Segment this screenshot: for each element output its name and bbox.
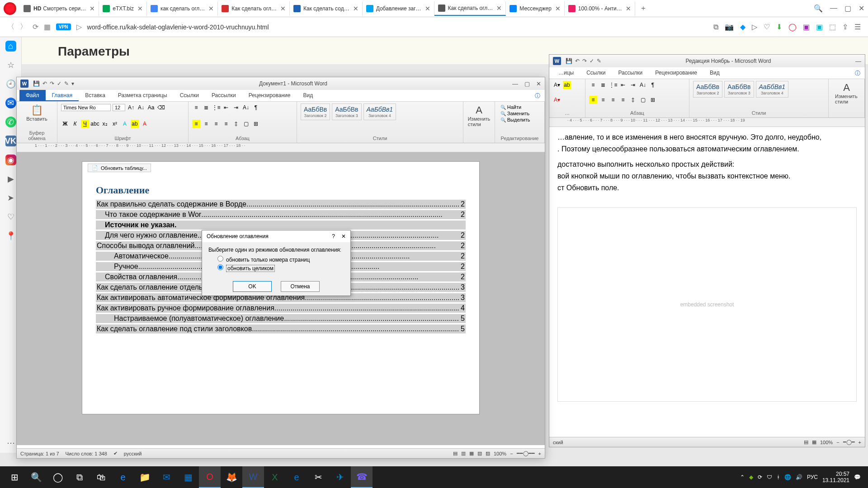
history-icon[interactable]: 🕘 [5, 79, 16, 89]
word2-tab[interactable]: Вид [703, 67, 726, 79]
shield-icon[interactable]: ◆ [740, 23, 745, 31]
underline-icon[interactable]: Ч [81, 120, 89, 128]
back-button[interactable]: 〈 [7, 22, 14, 32]
style-gallery-item[interactable]: АаБбВвЗаголовок 2 [301, 103, 330, 120]
ribbon-tab[interactable]: Вставка [79, 90, 112, 101]
forward-button[interactable]: 〉 [20, 22, 27, 32]
select-button[interactable]: Выделить [500, 117, 539, 122]
heart-icon[interactable]: ♡ [764, 23, 770, 31]
vk-icon[interactable]: VK [5, 136, 16, 146]
browser-tab[interactable]: HDСмотреть сери…✕ [20, 1, 99, 16]
browser-tab[interactable]: Как сделать огл…✕ [434, 1, 506, 16]
view-print-icon[interactable]: ▤ [453, 450, 458, 456]
align-left-icon[interactable]: ≡ [192, 120, 200, 128]
indent-inc-icon[interactable]: ⇥ [232, 103, 240, 112]
sort-icon[interactable]: A↓ [639, 81, 647, 89]
font-name-input[interactable]: Times New Ro [61, 104, 111, 111]
sort-icon[interactable]: A↓ [242, 103, 250, 112]
font-color-icon[interactable]: A▾ [553, 81, 561, 89]
find-button[interactable]: Найти [500, 104, 539, 110]
multilevel-icon[interactable]: ⋮≡ [609, 81, 617, 89]
zoom-in-icon[interactable]: + [859, 440, 861, 445]
toc-entry[interactable]: Источник не указан. [96, 221, 466, 230]
highlight-icon[interactable]: ab [563, 81, 571, 89]
toc-entry[interactable]: Что такое содержание в Wor..............… [96, 210, 466, 219]
address-bar[interactable]: word-office.ru/kak-sdelat-oglavlenie-v-w… [87, 23, 708, 31]
view-web-icon[interactable]: ▦ [812, 439, 816, 445]
window-maximize-icon[interactable]: ▢ [844, 4, 851, 13]
mail-icon[interactable]: ✉ [156, 466, 177, 488]
status-words[interactable]: Число слов: 1 348 [66, 451, 107, 456]
browser-tab[interactable]: как сделать огл…✕ [147, 1, 218, 16]
tray-security-icon[interactable]: 🛡 [767, 474, 772, 480]
tab-close-icon[interactable]: ✕ [555, 5, 561, 12]
word2-tab[interactable]: Рассылки [612, 67, 649, 79]
indent-dec-icon[interactable]: ⇤ [619, 81, 627, 89]
indent-inc-icon[interactable]: ⇥ [629, 81, 637, 89]
zoom-out-icon[interactable]: − [836, 440, 839, 445]
opera-ext-icon[interactable]: ◯ [788, 23, 797, 31]
change-case-icon[interactable]: Aa [147, 103, 155, 112]
reload-button[interactable]: ⟳ [33, 23, 38, 31]
numbering-icon[interactable]: ≣ [599, 81, 607, 89]
tab-close-icon[interactable]: ✕ [425, 5, 430, 12]
notifications-icon[interactable]: 💬 [854, 474, 861, 480]
status-zoom[interactable]: 100% [494, 451, 506, 456]
tab-close-icon[interactable]: ✕ [626, 5, 631, 12]
qat-tool-icon[interactable]: ✓ [590, 58, 594, 64]
style-gallery-item[interactable]: АаБбВв1Заголовок 4 [363, 103, 396, 120]
word2-help-icon[interactable]: ⓘ [850, 67, 865, 79]
align-left-icon[interactable]: ≡ [589, 96, 597, 104]
word2-minimize[interactable]: — [855, 58, 861, 65]
instagram-icon[interactable]: ◉ [5, 155, 16, 165]
word2-document[interactable]: …авление, то и все изменения в него внос… [549, 127, 865, 202]
replace-button[interactable]: Заменить [500, 111, 539, 116]
bookmarks-star-icon[interactable]: ☆ [5, 60, 16, 70]
task-view-icon[interactable]: ⧉ [69, 466, 90, 488]
more-icon[interactable]: ⋯ [5, 437, 16, 448]
tray-clock[interactable]: 20:57 13.11.2021 [822, 471, 849, 484]
style-gallery-item[interactable]: АаБбВвЗаголовок 3 [332, 103, 361, 120]
radio-update-all[interactable]: обновить целиком [217, 264, 344, 272]
browser-tab[interactable]: Добавление заг…✕ [363, 1, 434, 16]
snip-icon[interactable]: ✂ [307, 466, 329, 488]
save-icon[interactable]: 💾 [566, 58, 572, 64]
update-table-bar[interactable]: 📄 Обновить таблицу... [88, 164, 151, 172]
font-size-input[interactable]: 12 [113, 104, 125, 111]
home-icon[interactable]: ⌂ [5, 41, 16, 52]
zoom-in-icon[interactable]: + [538, 451, 541, 456]
explorer-icon[interactable]: 📁 [134, 466, 156, 488]
change-styles-button[interactable]: AИзменить стили [467, 103, 491, 128]
zoom-slider[interactable]: ━◯━ [843, 439, 855, 445]
bold-icon[interactable]: Ж [61, 120, 69, 128]
undo-icon[interactable]: ↶ [42, 80, 47, 87]
play-icon[interactable]: ▷ [752, 23, 757, 31]
ok-button[interactable]: OK [233, 281, 272, 292]
dialog-help-icon[interactable]: ? [332, 233, 335, 239]
search-button[interactable]: 🔍 [25, 466, 47, 488]
qat-tool2-icon[interactable]: ✎ [64, 80, 69, 87]
strike-icon[interactable]: abc [91, 120, 99, 128]
play-sidebar-icon[interactable]: ▶ [5, 174, 16, 184]
view-read-icon[interactable]: ▥ [461, 450, 466, 456]
ribbon-tab[interactable]: Вид [297, 90, 319, 101]
redo-icon[interactable]: ↷ [50, 80, 54, 87]
change-styles-button[interactable]: AИзменить стили [832, 81, 861, 105]
pilcrow-icon[interactable]: ¶ [649, 81, 657, 89]
zoom-out-icon[interactable]: − [510, 451, 513, 456]
facebook-messenger-icon[interactable]: ✉ [5, 98, 16, 108]
tray-volume-icon[interactable]: 🔊 [796, 474, 802, 480]
font-color2-icon[interactable]: A▾ [553, 96, 561, 104]
heart-sidebar-icon[interactable]: ♡ [5, 211, 16, 222]
view-print-icon[interactable]: ▤ [804, 439, 808, 445]
align-center-icon[interactable]: ≡ [599, 96, 607, 104]
bullets-icon[interactable]: ≡ [589, 81, 597, 89]
app-icon[interactable]: ▦ [177, 466, 199, 488]
browser-tab[interactable]: Мессенджер✕ [506, 1, 564, 16]
font-color-icon[interactable]: A [141, 120, 149, 128]
word2-tab[interactable]: …ицы [552, 67, 580, 79]
shading-icon[interactable]: ▢ [242, 120, 250, 128]
ext2-icon[interactable]: ▣ [816, 23, 823, 31]
status-lang[interactable]: русский [124, 451, 142, 456]
justify-icon[interactable]: ≡ [222, 120, 230, 128]
